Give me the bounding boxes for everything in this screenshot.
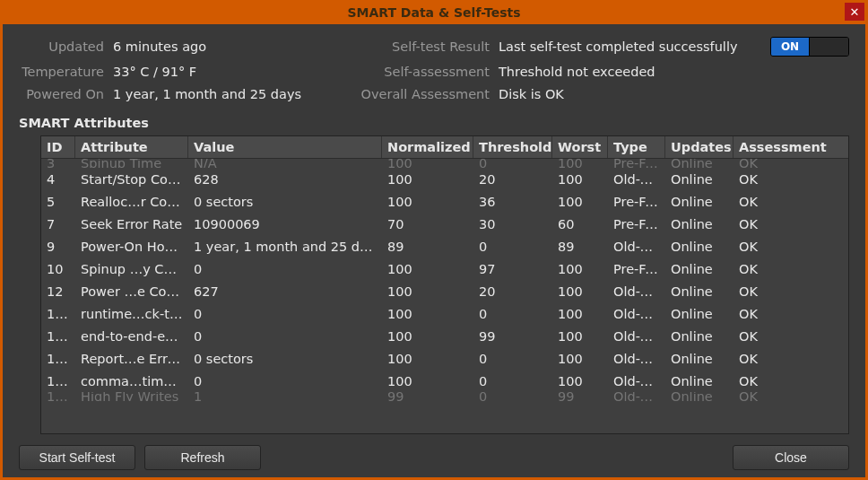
cell-type: Old-Age bbox=[608, 172, 665, 187]
cell-thr: 0 bbox=[473, 352, 552, 366]
value-overall: Disk is OK bbox=[499, 87, 760, 101]
col-ass[interactable]: Assessment bbox=[733, 136, 848, 158]
cell-val: 0 bbox=[188, 374, 382, 388]
cell-val: 0 sectors bbox=[188, 195, 382, 209]
cell-ass: OK bbox=[733, 172, 848, 187]
close-button[interactable]: Close bbox=[733, 445, 849, 470]
refresh-button[interactable]: Refresh bbox=[144, 445, 261, 470]
smart-toggle[interactable]: ON bbox=[770, 37, 849, 57]
table-row[interactable]: 12Power …e Count62710020100Old-AgeOnline… bbox=[41, 280, 848, 302]
col-val[interactable]: Value bbox=[188, 136, 382, 158]
cell-id: 9 bbox=[41, 240, 75, 254]
cell-norm: 100 bbox=[382, 374, 473, 388]
cell-val: 0 sectors bbox=[188, 352, 382, 366]
col-norm[interactable]: Normalized bbox=[382, 136, 473, 158]
cell-upd: Online bbox=[665, 262, 733, 276]
col-worst[interactable]: Worst bbox=[552, 136, 608, 158]
cell-val: 1 bbox=[188, 392, 382, 401]
cell-norm: 100 bbox=[382, 329, 473, 344]
cell-worst: 100 bbox=[552, 307, 608, 321]
cell-val: 0 bbox=[188, 307, 382, 321]
col-id[interactable]: ID bbox=[41, 136, 75, 158]
table-row[interactable]: 189High Fly Writes199099Old-AgeOnlineOK bbox=[41, 392, 848, 401]
cell-thr: 30 bbox=[473, 217, 552, 231]
start-selftest-button[interactable]: Start Self-test bbox=[19, 445, 135, 470]
cell-upd: Online bbox=[665, 392, 733, 401]
cell-id: 3 bbox=[41, 159, 75, 168]
table-row[interactable]: 5Realloc…r Count0 sectors10036100Pre-Fai… bbox=[41, 190, 848, 213]
table-row[interactable]: 4Start/Stop Count62810020100Old-AgeOnlin… bbox=[41, 168, 848, 190]
cell-upd: Online bbox=[665, 240, 733, 254]
cell-id: 7 bbox=[41, 217, 75, 231]
cell-ass: OK bbox=[733, 240, 848, 254]
table-header: ID Attribute Value Normalized Threshold … bbox=[41, 136, 848, 159]
cell-worst: 100 bbox=[552, 374, 608, 388]
cell-val: 628 bbox=[188, 172, 382, 187]
cell-type: Old-Age bbox=[608, 307, 665, 321]
cell-thr: 99 bbox=[473, 329, 552, 344]
cell-norm: 89 bbox=[382, 240, 473, 254]
cell-worst: 100 bbox=[552, 159, 608, 168]
footer: Start Self-test Refresh Close bbox=[19, 441, 849, 470]
cell-val: 0 bbox=[188, 262, 382, 276]
cell-type: Pre-Fail bbox=[608, 262, 665, 276]
cell-type: Pre-Fail bbox=[608, 159, 665, 168]
value-updated: 6 minutes ago bbox=[113, 39, 319, 54]
table-row[interactable]: 183runtime…ck-total01000100Old-AgeOnline… bbox=[41, 302, 848, 325]
col-thr[interactable]: Threshold bbox=[473, 136, 552, 158]
cell-upd: Online bbox=[665, 352, 733, 366]
table-row[interactable]: 10Spinup …y Count010097100Pre-FailOnline… bbox=[41, 257, 848, 280]
cell-upd: Online bbox=[665, 307, 733, 321]
attributes-table: ID Attribute Value Normalized Threshold … bbox=[40, 135, 849, 434]
cell-norm: 100 bbox=[382, 284, 473, 299]
cell-upd: Online bbox=[665, 172, 733, 187]
cell-norm: 100 bbox=[382, 195, 473, 209]
cell-attr: Start/Stop Count bbox=[75, 172, 188, 187]
cell-id: 5 bbox=[41, 195, 75, 209]
label-updated: Updated bbox=[19, 39, 113, 54]
label-temperature: Temperature bbox=[19, 65, 113, 79]
table-row[interactable]: 7Seek Error Rate10900069703060Pre-FailOn… bbox=[41, 213, 848, 235]
table-row[interactable]: 184end-to-end-error010099100Old-AgeOnlin… bbox=[41, 325, 848, 347]
cell-ass: OK bbox=[733, 374, 848, 388]
table-body[interactable]: 3Spinup TimeN/A1000100Pre-FailOnlineOK4S… bbox=[41, 159, 848, 433]
close-icon[interactable]: ✕ bbox=[845, 3, 864, 21]
value-self-assessment: Threshold not exceeded bbox=[499, 65, 760, 79]
section-title: SMART Attributes bbox=[19, 116, 849, 130]
label-overall: Overall Assessment bbox=[319, 87, 499, 101]
cell-type: Old-Age bbox=[608, 329, 665, 344]
cell-val: 627 bbox=[188, 284, 382, 299]
cell-norm: 100 bbox=[382, 262, 473, 276]
cell-ass: OK bbox=[733, 284, 848, 299]
cell-thr: 36 bbox=[473, 195, 552, 209]
cell-upd: Online bbox=[665, 284, 733, 299]
cell-attr: Spinup Time bbox=[75, 159, 188, 168]
cell-ass: OK bbox=[733, 195, 848, 209]
table-row[interactable]: 9Power-On Hours1 year, 1 month and 25 da… bbox=[41, 235, 848, 257]
cell-worst: 100 bbox=[552, 195, 608, 209]
cell-thr: 0 bbox=[473, 374, 552, 388]
cell-attr: Power …e Count bbox=[75, 284, 188, 299]
window-title: SMART Data & Self-Tests bbox=[347, 5, 520, 20]
toggle-on-label: ON bbox=[771, 38, 810, 56]
cell-thr: 0 bbox=[473, 307, 552, 321]
table-row[interactable]: 3Spinup TimeN/A1000100Pre-FailOnlineOK bbox=[41, 159, 848, 168]
col-type[interactable]: Type bbox=[608, 136, 665, 158]
cell-id: 4 bbox=[41, 172, 75, 187]
cell-id: 189 bbox=[41, 392, 75, 401]
cell-thr: 97 bbox=[473, 262, 552, 276]
cell-type: Old-Age bbox=[608, 352, 665, 366]
col-upd[interactable]: Updates bbox=[665, 136, 733, 158]
cell-type: Pre-Fail bbox=[608, 217, 665, 231]
table-row[interactable]: 188comma…timeout01000100Old-AgeOnlineOK bbox=[41, 370, 848, 392]
cell-attr: Realloc…r Count bbox=[75, 195, 188, 209]
table-row[interactable]: 187Report…e Errors0 sectors1000100Old-Ag… bbox=[41, 347, 848, 370]
cell-id: 10 bbox=[41, 262, 75, 276]
cell-ass: OK bbox=[733, 262, 848, 276]
cell-norm: 100 bbox=[382, 159, 473, 168]
value-temperature: 33° C / 91° F bbox=[113, 65, 319, 79]
cell-worst: 100 bbox=[552, 352, 608, 366]
cell-norm: 100 bbox=[382, 172, 473, 187]
label-selftest-result: Self-test Result bbox=[319, 39, 499, 54]
col-attr[interactable]: Attribute bbox=[75, 136, 188, 158]
